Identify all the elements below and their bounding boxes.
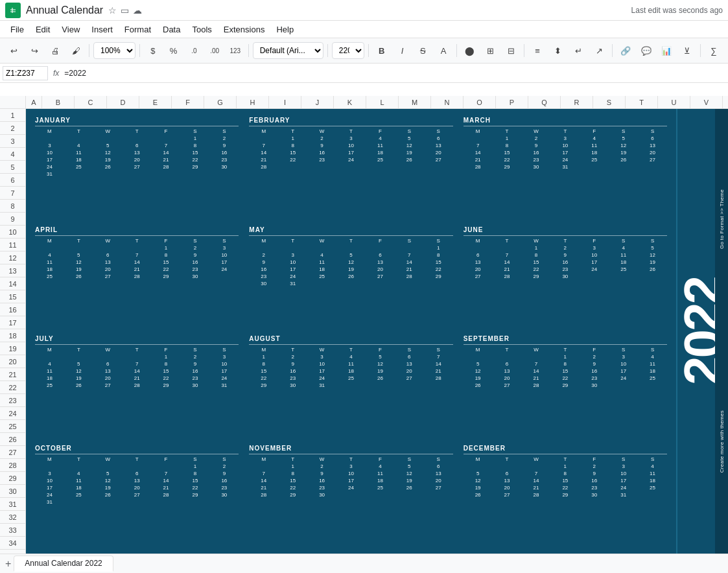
- day-header: W: [93, 456, 123, 462]
- day-header: F: [366, 238, 395, 244]
- sheet-tab-annual[interactable]: Annual Calendar 2022: [14, 555, 113, 572]
- function-button[interactable]: ∑: [705, 41, 723, 60]
- format123-button[interactable]: 123: [226, 41, 244, 60]
- title-bar: Annual Calendar ☆ ▭ ☁ Last edit was seco…: [0, 0, 728, 21]
- paint-format-button[interactable]: 🖌: [67, 41, 85, 60]
- rotate-button[interactable]: ↗: [590, 41, 608, 60]
- currency-button[interactable]: $: [144, 41, 162, 60]
- day-header: T: [278, 456, 307, 462]
- day-cell: 13: [464, 259, 493, 266]
- week-row: 123456: [464, 135, 667, 142]
- menu-file[interactable]: File: [5, 23, 29, 36]
- menu-extensions[interactable]: Extensions: [218, 23, 270, 36]
- col-header-A: A: [26, 96, 42, 108]
- zoom-select[interactable]: 100%: [93, 42, 135, 59]
- day-cell: 26: [464, 491, 493, 498]
- sidebar-text-top: Go to Format >> Theme: [719, 189, 725, 249]
- day-cell: 29: [550, 491, 580, 498]
- size-select[interactable]: 220: [332, 42, 364, 59]
- redo-button[interactable]: ↪: [26, 41, 44, 60]
- day-header: F: [366, 347, 395, 353]
- merge-button[interactable]: ⊟: [502, 41, 520, 60]
- strikethrough-button[interactable]: S: [414, 41, 432, 60]
- row-number-8: 8: [0, 200, 25, 213]
- star-icon[interactable]: ☆: [108, 5, 117, 16]
- day-cell: 29: [152, 382, 181, 389]
- month-name-july: JULY: [35, 335, 239, 342]
- day-cell: 31: [609, 491, 638, 498]
- link-button[interactable]: 🔗: [616, 41, 635, 60]
- add-sheet-button[interactable]: +: [5, 558, 11, 570]
- week-row: 28293031: [464, 163, 667, 170]
- decimal0-button[interactable]: .0: [185, 41, 203, 60]
- day-cell: 15: [152, 368, 181, 375]
- day-cell: 14: [249, 477, 278, 484]
- col-header-L: L: [366, 96, 399, 108]
- doc-icon[interactable]: ▭: [121, 5, 129, 16]
- day-cell: 19: [336, 266, 366, 273]
- day-cell: [638, 163, 667, 170]
- text-color-button[interactable]: A: [434, 41, 452, 60]
- font-select[interactable]: Default (Ari...: [253, 42, 323, 59]
- day-cell: 24: [336, 484, 366, 491]
- day-cell: 9: [580, 470, 609, 477]
- day-cell: 12: [395, 470, 424, 477]
- chart-button[interactable]: 📊: [658, 41, 676, 60]
- week-row: 18192021222324: [35, 266, 239, 273]
- day-cell: 12: [638, 251, 667, 259]
- day-cell: [123, 498, 152, 506]
- borders-button[interactable]: ⊞: [482, 41, 500, 60]
- day-cell: 16: [209, 477, 239, 484]
- day-cell: 26: [336, 273, 366, 280]
- decimal00-button[interactable]: .00: [205, 41, 224, 60]
- day-header: S: [209, 128, 239, 134]
- day-cell: 19: [609, 149, 638, 156]
- cell-reference-input[interactable]: [3, 66, 48, 80]
- day-cell: 23: [550, 266, 580, 273]
- fill-color-button[interactable]: ⬤: [461, 41, 479, 60]
- day-cell: 24: [209, 266, 239, 273]
- day-cell: 21: [152, 484, 181, 491]
- week-row: 14151617181920: [464, 149, 667, 156]
- col-header-V: V: [690, 96, 723, 108]
- filter-button[interactable]: ⊻: [678, 41, 696, 60]
- day-cell: [493, 244, 522, 251]
- menu-format[interactable]: Format: [119, 23, 156, 36]
- menu-help[interactable]: Help: [271, 23, 299, 36]
- menu-view[interactable]: View: [56, 23, 85, 36]
- day-cell: 25: [638, 375, 667, 382]
- day-cell: 16: [181, 259, 210, 266]
- day-cell: 10: [336, 142, 366, 149]
- bold-button[interactable]: B: [373, 41, 391, 60]
- undo-button[interactable]: ↩: [5, 41, 23, 60]
- month-name-june: JUNE: [464, 226, 667, 233]
- menu-tools[interactable]: Tools: [187, 23, 217, 36]
- month-divider: [464, 344, 667, 345]
- comment-button[interactable]: 💬: [637, 41, 655, 60]
- menu-edit[interactable]: Edit: [30, 23, 55, 36]
- day-header: T: [336, 238, 366, 244]
- day-cell: 10: [35, 477, 64, 484]
- day-cell: 22: [278, 156, 307, 163]
- print-button[interactable]: 🖨: [47, 41, 65, 60]
- valign-button[interactable]: ⬍: [549, 41, 567, 60]
- day-cell: 9: [209, 142, 239, 149]
- day-cell: 5: [64, 251, 93, 259]
- day-cell: 31: [35, 170, 64, 178]
- day-header: W: [307, 128, 336, 134]
- divider6: [456, 44, 457, 57]
- percent-button[interactable]: %: [165, 41, 183, 60]
- day-cell: 15: [424, 259, 453, 266]
- menu-data[interactable]: Data: [158, 23, 185, 36]
- day-cell: 8: [152, 360, 181, 368]
- italic-button[interactable]: I: [393, 41, 412, 60]
- cloud-icon[interactable]: ☁: [133, 5, 142, 16]
- wrap-button[interactable]: ↵: [570, 41, 588, 60]
- day-cell: 10: [609, 470, 638, 477]
- menu-insert[interactable]: Insert: [86, 23, 118, 36]
- day-header: S: [395, 128, 424, 134]
- month-block-october: OCTOBERMTWTFSS12345678910111213141516171…: [30, 441, 244, 550]
- day-cell: 28: [123, 273, 152, 280]
- day-cell: [366, 491, 395, 498]
- align-button[interactable]: ≡: [528, 41, 546, 60]
